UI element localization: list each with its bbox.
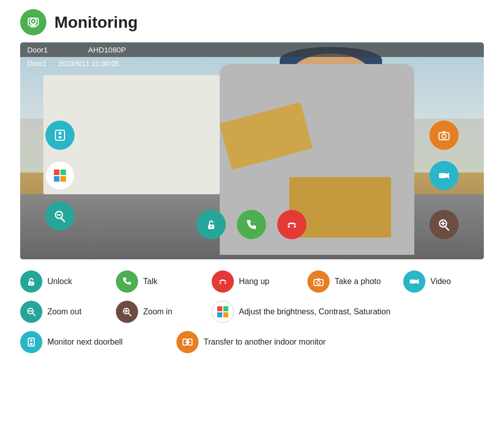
svg-point-16 [211, 226, 212, 228]
legend-row-2: Zoom out Zoom in [20, 301, 484, 323]
legend-photo: Take a photo [307, 270, 398, 293]
osd-bar: Door1 AHD1080P [20, 42, 484, 57]
legend-adjust-label: Adjust the brightness, Contrast, Saturat… [239, 307, 391, 316]
page-header: Monitoring [0, 0, 504, 42]
svg-point-28 [31, 283, 32, 284]
legend-talk-icon [116, 270, 138, 293]
svg-rect-7 [58, 136, 61, 138]
svg-rect-11 [60, 176, 66, 182]
svg-rect-29 [224, 282, 226, 284]
legend-doorbell-icon [20, 331, 42, 353]
legend-adjust-icon [212, 301, 234, 323]
legend-photo-label: Take a photo [335, 277, 381, 286]
svg-rect-9 [60, 170, 66, 175]
legend-video-label: Video [430, 277, 451, 286]
color-adjust-button[interactable] [45, 161, 75, 190]
sub-channel: Door1 [27, 60, 46, 68]
svg-rect-46 [28, 338, 34, 346]
zoom-out-button[interactable] [45, 201, 75, 231]
svg-rect-21 [439, 173, 446, 178]
legend-section: Unlock Talk Hang up [0, 259, 504, 353]
video-button[interactable] [429, 161, 459, 190]
svg-rect-45 [223, 312, 228, 317]
legend-hangup: Hang up [212, 270, 302, 293]
legend-doorbell-label: Monitor next doorbell [47, 338, 122, 347]
legend-next-doorbell: Monitor next doorbell [20, 331, 171, 353]
svg-rect-8 [54, 170, 59, 175]
svg-point-6 [58, 132, 61, 135]
legend-unlock: Unlock [20, 270, 111, 293]
video-feed: Door1 AHD1080P Door1 2023/9/11 11:30:05 [20, 42, 484, 259]
legend-talk: Talk [116, 270, 207, 293]
legend-adjust: Adjust the brightness, Contrast, Saturat… [212, 301, 391, 323]
svg-line-37 [33, 313, 35, 316]
legend-row-3: Monitor next doorbell Transfer to anothe… [20, 331, 484, 353]
talk-button[interactable] [237, 210, 266, 239]
svg-rect-10 [54, 176, 59, 182]
resolution-label: AHD1080P [88, 45, 126, 54]
legend-zoomin-label: Zoom in [143, 307, 172, 316]
svg-point-32 [317, 281, 321, 285]
svg-rect-44 [217, 312, 222, 317]
svg-rect-30 [219, 282, 221, 284]
legend-transfer-label: Transfer to another indoor monitor [204, 338, 326, 347]
svg-rect-18 [287, 225, 290, 228]
zoom-in-button[interactable] [429, 210, 459, 239]
hangup-button[interactable] [277, 210, 306, 239]
legend-unlock-label: Unlock [47, 277, 72, 286]
svg-rect-33 [410, 280, 416, 284]
svg-point-1 [32, 20, 34, 22]
svg-rect-17 [293, 225, 296, 228]
legend-video: Video [403, 270, 494, 293]
svg-marker-22 [446, 173, 449, 179]
svg-rect-42 [217, 306, 222, 311]
svg-line-26 [446, 227, 449, 230]
svg-point-20 [442, 134, 446, 138]
svg-line-14 [61, 218, 65, 221]
svg-line-41 [129, 313, 131, 316]
osd-sub: Door1 2023/9/11 11:30:05 [27, 60, 119, 68]
page-title: Monitoring [54, 13, 138, 32]
legend-zoomout: Zoom out [20, 301, 111, 323]
monitoring-icon [20, 9, 46, 35]
timestamp: 2023/9/11 11:30:05 [58, 60, 119, 68]
svg-rect-48 [30, 343, 33, 345]
legend-zoomin: Zoom in [116, 301, 207, 323]
photo-button[interactable] [429, 121, 459, 150]
legend-hangup-icon [212, 270, 234, 293]
legend-zoomout-icon [20, 301, 42, 323]
unlock-button[interactable] [197, 210, 226, 239]
legend-zoomout-label: Zoom out [47, 307, 82, 316]
legend-zoomin-icon [116, 301, 138, 323]
doorbell-monitor-button[interactable] [45, 121, 75, 150]
legend-transfer: Transfer to another indoor monitor [176, 331, 348, 353]
svg-rect-43 [223, 306, 228, 311]
svg-point-47 [30, 340, 33, 342]
legend-row-1: Unlock Talk Hang up [20, 270, 484, 293]
svg-marker-34 [416, 279, 419, 284]
channel-label: Door1 [27, 45, 48, 54]
legend-talk-label: Talk [143, 277, 157, 286]
legend-unlock-icon [20, 270, 42, 293]
legend-photo-icon [307, 270, 330, 293]
legend-hangup-label: Hang up [239, 277, 270, 286]
legend-transfer-icon [176, 331, 199, 353]
legend-video-icon [403, 270, 425, 293]
